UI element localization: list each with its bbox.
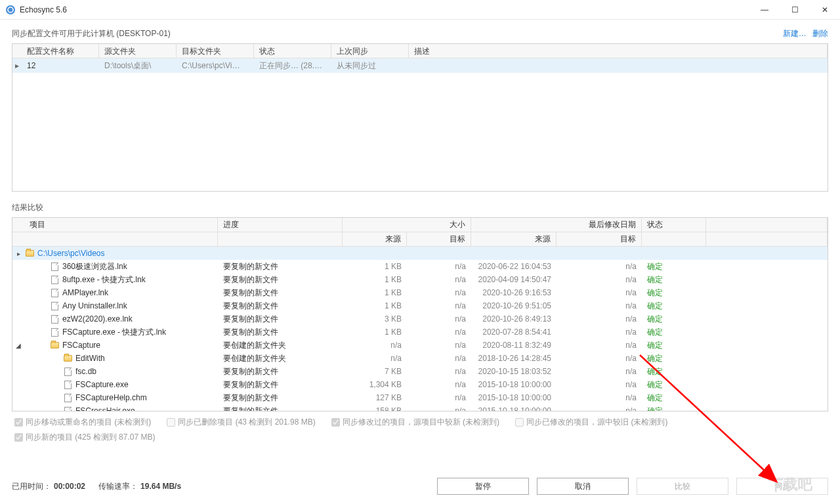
checkbox-sync-deleted[interactable]: 同步已删除项目 (43 检测到 201.98 MB) [167, 417, 315, 428]
dst-size-cell: n/a [407, 301, 471, 310]
profiles-title: 同步配置文件可用于此计算机 (DESKTOP-01) [12, 28, 779, 39]
progress-cell: 要复制的新文件 [218, 327, 343, 338]
item-name: 360极速浏览器.lnk [62, 261, 127, 272]
results-row[interactable]: FSCrossHair.exe要复制的新文件158 KBn/a2015-10-1… [12, 404, 828, 411]
src-date-cell: 2015-10-18 10:00:00 [471, 380, 556, 389]
checkbox-sync-moved[interactable]: 同步移动或重命名的项目 (未检测到) [14, 417, 151, 428]
expand-caret[interactable]: ▸ [12, 250, 24, 257]
profile-dst-cell: C:\Users\pc\Vi… [177, 61, 254, 70]
results-row[interactable]: 360极速浏览器.lnk要复制的新文件1 KBn/a2020-06-22 16:… [12, 260, 828, 273]
col-progress[interactable]: 进度 [218, 218, 343, 232]
src-date-cell: 2020-04-09 14:50:47 [471, 275, 556, 284]
checkbox-sync-modified-dst[interactable]: 同步已修改的项目，源中较旧 (未检测到) [515, 417, 667, 428]
col-target-folder[interactable]: 目标文件夹 [177, 44, 254, 58]
profile-row[interactable]: ▸ 12 D:\tools\桌面\ C:\Users\pc\Vi… 正在同步… … [12, 58, 828, 73]
dst-date-cell: n/a [556, 327, 642, 337]
src-date-cell: 2020-10-26 8:49:13 [471, 314, 556, 324]
results-table: 项目 进度 大小 最后修改日期 状态 来源 目标 来源 目标 ▸ C:\User… [12, 217, 828, 411]
dst-date-cell: n/a [556, 301, 642, 310]
col-last-sync[interactable]: 上次同步 [331, 44, 409, 58]
dst-size-cell: n/a [407, 327, 471, 337]
col-status[interactable]: 状态 [254, 44, 331, 58]
status-cell: 确定 [642, 274, 706, 285]
cancel-button[interactable]: 取消 [537, 478, 629, 495]
results-row[interactable]: FSCapture.exe要复制的新文件1,304 KBn/a2015-10-1… [12, 378, 828, 391]
dst-size-cell: n/a [407, 288, 471, 297]
status-cell: 确定 [642, 314, 706, 325]
checkbox-sync-new[interactable]: 同步新的项目 (425 检测到 87.07 MB) [14, 432, 155, 443]
dst-size-cell: n/a [407, 354, 471, 363]
expand-caret[interactable]: ◢ [12, 342, 24, 349]
profile-src-cell: D:\tools\桌面\ [99, 60, 177, 72]
checkbox-sync-modified-src[interactable]: 同步修改过的项目，源项目中较新 (未检测到) [331, 417, 499, 428]
delete-profile-link[interactable]: 删除 [812, 29, 828, 38]
item-name: FSCrossHair.exe [75, 406, 135, 411]
file-icon [49, 275, 60, 284]
compare-button[interactable]: 比较 [637, 478, 728, 495]
src-size-cell: 7 KB [343, 367, 407, 376]
file-icon [62, 380, 73, 389]
results-row[interactable]: Any Uninstaller.lnk要复制的新文件1 KBn/a2020-10… [12, 299, 828, 312]
col-date-target[interactable]: 目标 [556, 232, 642, 246]
progress-cell: 要复制的新文件 [218, 314, 343, 325]
col-result-status[interactable]: 状态 [642, 218, 706, 232]
status-cell: 确定 [642, 287, 706, 299]
elapsed-value: 00:00:02 [54, 482, 85, 491]
item-name: Any Uninstaller.lnk [62, 301, 127, 310]
col-profile-name[interactable]: 配置文件名称 [22, 44, 99, 58]
row-indicator: ▸ [12, 61, 22, 70]
results-root-row[interactable]: ▸ C:\Users\pc\Videos [12, 247, 828, 260]
src-date-cell: 2020-10-15 18:03:52 [471, 367, 556, 376]
maximize-button[interactable]: ☐ [780, 0, 810, 20]
progress-cell: 要复制的新文件 [218, 261, 343, 272]
file-icon [49, 314, 60, 324]
src-size-cell: 1,304 KB [343, 380, 407, 389]
col-description[interactable]: 描述 [409, 44, 828, 58]
col-date-source[interactable]: 来源 [471, 232, 556, 246]
dst-date-cell: n/a [556, 354, 642, 363]
new-profile-link[interactable]: 新建… [783, 29, 807, 38]
close-button[interactable]: ✕ [810, 0, 840, 20]
progress-cell: 要复制的新文件 [218, 274, 343, 285]
progress-cell: 要复制的新文件 [218, 392, 343, 404]
results-row[interactable]: FSCaptureHelp.chm要复制的新文件127 KBn/a2015-10… [12, 391, 828, 404]
src-date-cell: 2015-10-18 10:00:00 [471, 393, 556, 402]
pause-button[interactable]: 暂停 [437, 478, 529, 495]
results-row[interactable]: ezW2(2020).exe.lnk要复制的新文件3 KBn/a2020-10-… [12, 312, 828, 326]
src-date-cell: 2020-10-26 9:51:05 [471, 301, 556, 310]
file-icon [49, 262, 60, 271]
root-path: C:\Users\pc\Videos [37, 249, 105, 258]
results-row[interactable]: fsc.db要复制的新文件7 KBn/a2020-10-15 18:03:52n… [12, 365, 828, 378]
profiles-header-row: 配置文件名称 源文件夹 目标文件夹 状态 上次同步 描述 [12, 44, 828, 58]
col-size[interactable]: 大小 [343, 218, 471, 232]
src-size-cell: 1 KB [343, 327, 407, 337]
item-name: FSCaptureHelp.chm [75, 393, 147, 402]
profiles-section-header: 同步配置文件可用于此计算机 (DESKTOP-01) 新建… 删除 [0, 24, 840, 43]
status-cell: 确定 [642, 261, 706, 272]
results-row[interactable]: AMPlayer.lnk要复制的新文件1 KBn/a2020-10-26 9:1… [12, 286, 828, 299]
status-cell: 确定 [642, 406, 706, 411]
col-size-source[interactable]: 来源 [343, 232, 407, 246]
col-source-folder[interactable]: 源文件夹 [99, 44, 177, 58]
results-row[interactable]: FSCapture.exe - 快捷方式.lnk要复制的新文件1 KBn/a20… [12, 326, 828, 339]
minimize-button[interactable]: — [749, 0, 780, 20]
results-row[interactable]: EditWith要创建的新文件夹n/an/a2018-10-26 14:28:4… [12, 352, 828, 365]
col-item[interactable]: 项目 [24, 218, 218, 232]
results-row[interactable]: 8uftp.exe - 快捷方式.lnk要复制的新文件1 KBn/a2020-0… [12, 273, 828, 286]
col-size-target[interactable]: 目标 [407, 232, 471, 246]
status-cell: 确定 [642, 366, 706, 377]
file-icon [62, 393, 73, 402]
src-date-cell: 2020-08-11 8:32:49 [471, 341, 556, 350]
file-icon [49, 327, 60, 337]
dst-date-cell: n/a [556, 314, 642, 324]
item-name: FSCapture.exe - 快捷方式.lnk [62, 327, 166, 338]
file-icon [49, 288, 60, 297]
item-name: FSCapture [62, 341, 100, 350]
footer-bar: 已用时间：00:00:02 传输速率：19.64 MB/s 暂停 取消 比较 同… [12, 478, 828, 495]
results-row[interactable]: ◢FSCapture要创建的新文件夹n/an/a2020-08-11 8:32:… [12, 339, 828, 352]
progress-cell: 要创建的新文件夹 [218, 353, 343, 364]
file-icon [49, 301, 60, 310]
speed-value: 19.64 MB/s [140, 482, 181, 491]
progress-cell: 要复制的新文件 [218, 379, 343, 390]
col-modified[interactable]: 最后修改日期 [471, 218, 642, 232]
